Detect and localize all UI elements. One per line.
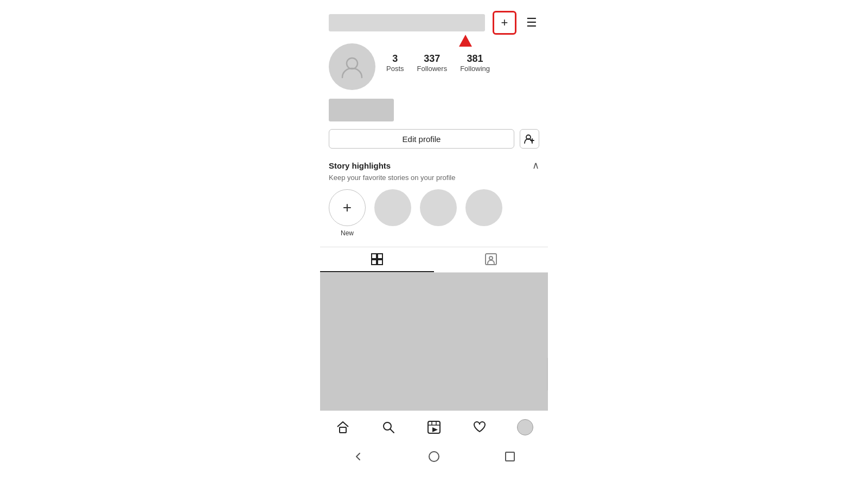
svg-point-18 xyxy=(429,452,439,461)
svg-point-9 xyxy=(489,256,493,260)
highlight-placeholder-2 xyxy=(420,189,457,226)
following-count: 381 xyxy=(467,53,483,65)
search-icon xyxy=(381,420,395,434)
home-nav-button[interactable] xyxy=(332,416,354,438)
reels-nav-button[interactable] xyxy=(423,416,445,438)
home-system-button[interactable] xyxy=(423,448,445,465)
heart-icon xyxy=(473,420,487,434)
tab-grid[interactable] xyxy=(320,247,434,272)
followers-label: Followers xyxy=(417,65,448,73)
followers-count: 337 xyxy=(424,53,440,65)
menu-button[interactable]: ☰ xyxy=(524,14,539,32)
svg-rect-10 xyxy=(340,427,346,433)
svg-rect-7 xyxy=(378,260,382,265)
search-nav-button[interactable] xyxy=(378,416,399,438)
new-highlight-circle[interactable]: + xyxy=(329,189,366,226)
recents-icon xyxy=(505,452,515,461)
highlight-placeholder-1 xyxy=(374,189,411,226)
edit-row: Edit profile xyxy=(320,127,548,154)
chevron-up-icon[interactable]: ∧ xyxy=(532,159,539,171)
highlights-section: Story highlights ∧ Keep your favorite st… xyxy=(320,154,548,245)
tagged-icon xyxy=(484,253,497,266)
new-highlight-label: New xyxy=(341,229,354,237)
back-icon xyxy=(353,451,363,462)
posts-label: Posts xyxy=(386,65,404,73)
following-stat[interactable]: 381 Following xyxy=(460,53,490,73)
new-highlight[interactable]: + New xyxy=(329,189,366,237)
back-system-button[interactable] xyxy=(347,448,369,465)
arrow-up-icon xyxy=(459,35,472,47)
profile-section: 3 Posts 337 Followers 381 Following xyxy=(320,39,548,97)
highlights-circles: + New xyxy=(329,189,539,245)
system-nav xyxy=(320,442,548,472)
stats-row: 3 Posts 337 Followers 381 Following xyxy=(386,53,490,73)
highlights-title: Story highlights xyxy=(329,161,391,170)
svg-marker-17 xyxy=(432,427,438,432)
highlight-placeholder-3 xyxy=(465,189,502,226)
svg-rect-6 xyxy=(372,260,376,265)
header: + ☰ xyxy=(320,5,548,39)
add-person-icon xyxy=(524,133,535,144)
avatar xyxy=(329,43,375,90)
highlights-header: Story highlights ∧ xyxy=(329,159,539,171)
reels-icon xyxy=(427,420,441,434)
svg-rect-5 xyxy=(378,254,382,259)
grid-icon xyxy=(371,253,384,266)
heart-nav-button[interactable] xyxy=(469,416,490,438)
add-post-button[interactable]: + xyxy=(493,11,516,35)
home-system-icon xyxy=(428,451,440,463)
following-label: Following xyxy=(460,65,490,73)
add-person-button[interactable] xyxy=(520,129,539,149)
posts-stat[interactable]: 3 Posts xyxy=(386,53,404,73)
phone-screen: + ☰ 3 Posts 337 Followers 381 xyxy=(320,5,548,472)
svg-rect-4 xyxy=(372,254,376,259)
username-bar xyxy=(329,14,485,31)
plus-icon: + xyxy=(501,17,508,29)
bio-area xyxy=(320,97,548,127)
avatar-person-icon xyxy=(339,54,365,80)
svg-point-0 xyxy=(347,58,358,69)
tabs-row xyxy=(320,247,548,273)
bottom-nav xyxy=(320,410,548,442)
home-icon xyxy=(336,420,350,434)
followers-stat[interactable]: 337 Followers xyxy=(417,53,448,73)
posts-count: 3 xyxy=(392,53,398,65)
side-divider xyxy=(547,358,548,390)
tab-tagged[interactable] xyxy=(434,247,548,272)
svg-line-12 xyxy=(391,429,394,433)
recents-system-button[interactable] xyxy=(499,448,521,465)
content-grid-area xyxy=(320,273,548,410)
bio-placeholder xyxy=(329,99,394,121)
profile-nav-circle xyxy=(517,419,533,435)
edit-profile-button[interactable]: Edit profile xyxy=(329,129,514,149)
highlights-subtitle: Keep your favorite stories on your profi… xyxy=(329,174,539,182)
svg-rect-13 xyxy=(428,421,440,433)
profile-nav-button[interactable] xyxy=(514,416,536,438)
